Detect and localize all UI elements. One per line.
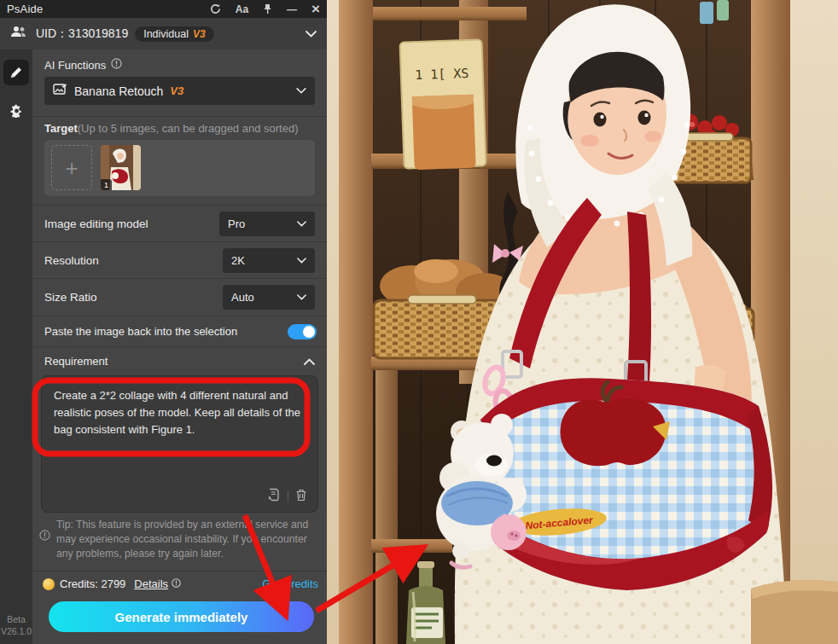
account-chevron-down-icon[interactable] [306, 31, 317, 38]
account-row: UID：313019819 Individual V3 [0, 18, 327, 49]
ai-function-select[interactable]: Banana Retouch V3 [44, 77, 315, 105]
target-label: Target(Up to 5 images, can be dragged an… [44, 122, 298, 135]
requirement-input[interactable]: Create a 2*2 collage with 4 different na… [41, 375, 318, 513]
image-edit-icon [53, 84, 67, 98]
resolution-select[interactable]: 2K [223, 248, 315, 273]
credits-row: Credits: 2799 Details Get Credits [32, 571, 327, 596]
setting-row-size-ratio: Size Ratio Auto [32, 278, 327, 316]
beta-text: Beta [0, 613, 32, 625]
ai-functions-text: AI Functions [44, 59, 106, 72]
model-select[interactable]: Pro [219, 212, 315, 236]
credits-amount: 2799 [101, 577, 125, 590]
resolution-chevron-down-icon [297, 258, 306, 264]
target-hint: (Up to 5 images, can be dragged and sort… [78, 122, 299, 135]
prompt-template-icon[interactable] [267, 488, 281, 505]
credits-label: Credits: 2799 [60, 577, 125, 590]
add-image-button[interactable]: + [51, 145, 92, 190]
app-title: PsAide [7, 3, 43, 15]
version-label: Beta V26.1.0 [0, 613, 32, 637]
edit-tool-button[interactable] [3, 60, 29, 85]
ai-function-version: V3 [170, 84, 183, 97]
psaide-window: PsAide Aa — × UID：313019819 Individual V… [0, 0, 838, 644]
plan-label: Individual [143, 28, 189, 40]
details-text: Details [134, 577, 168, 590]
paper-bag: 1 1[ XS [400, 39, 486, 170]
get-credits-link[interactable]: Get Credits [262, 577, 318, 590]
size-ratio-value: Auto [231, 291, 254, 304]
model-label: Image editing model [44, 218, 148, 230]
paste-back-label: Paste the image back into the selection [44, 325, 237, 338]
plugin-panel: AI Functions Banana Retouch V3 Target(Up… [32, 49, 327, 644]
version-text: V26.1.0 [0, 625, 32, 637]
tip-note: Tip: This feature is provided by an exte… [39, 518, 321, 560]
requirement-text: Create a 2*2 collage with 4 different na… [54, 387, 306, 438]
model-chevron-down-icon [297, 221, 306, 227]
size-ratio-chevron-down-icon [297, 294, 306, 300]
target-image-list: + 1 [44, 140, 315, 196]
fn-chevron-down-icon [296, 88, 306, 94]
warning-info-icon [39, 530, 50, 560]
target-text: Target [44, 122, 78, 135]
ai-functions-label: AI Functions [44, 58, 122, 72]
info-icon[interactable] [111, 58, 122, 72]
tip-text: Tip: This feature is provided by an exte… [56, 518, 321, 560]
uid-value: UID：313019819 [36, 26, 128, 42]
generate-button[interactable]: Generate immediately [49, 601, 314, 632]
setting-row-resolution: Resolution 2K [32, 241, 327, 278]
minimize-icon[interactable]: — [287, 4, 297, 15]
ai-function-value: Banana Retouch [74, 84, 163, 98]
paper-bag-label: 1 1[ XS [415, 66, 469, 83]
target-thumbnail[interactable]: 1 [101, 145, 141, 190]
coin-icon [43, 578, 55, 590]
settings-gear-icon[interactable] [3, 97, 29, 123]
requirement-header[interactable]: Requirement [32, 346, 327, 375]
users-icon [10, 26, 27, 42]
photoshop-canvas[interactable]: 1 1[ XS [327, 0, 838, 644]
paste-back-toggle[interactable] [288, 324, 317, 339]
size-ratio-label: Size Ratio [44, 291, 97, 304]
setting-row-model: Image editing model Pro [32, 205, 327, 241]
plus-icon: + [65, 157, 78, 179]
clear-trash-icon[interactable] [295, 489, 307, 505]
close-icon[interactable]: × [311, 2, 320, 16]
titlebar: PsAide Aa — × [0, 0, 327, 18]
resolution-value: 2K [231, 254, 245, 267]
thumbnail-index-badge: 1 [101, 179, 112, 190]
details-link[interactable]: Details [134, 577, 181, 590]
paste-back-row: Paste the image back into the selection [32, 316, 327, 346]
requirement-label: Requirement [44, 355, 108, 368]
pin-icon[interactable] [263, 3, 272, 15]
plan-badge: Individual V3 [135, 26, 214, 42]
details-info-icon [172, 577, 181, 590]
plan-version: V3 [193, 28, 206, 40]
refresh-icon[interactable] [210, 3, 221, 15]
tool-rail: Beta V26.1.0 [0, 49, 32, 644]
size-ratio-select[interactable]: Auto [223, 285, 315, 310]
requirement-chevron-up-icon [304, 358, 315, 365]
resolution-label: Resolution [44, 254, 99, 267]
model-value: Pro [228, 218, 245, 230]
font-size-icon[interactable]: Aa [236, 4, 248, 15]
